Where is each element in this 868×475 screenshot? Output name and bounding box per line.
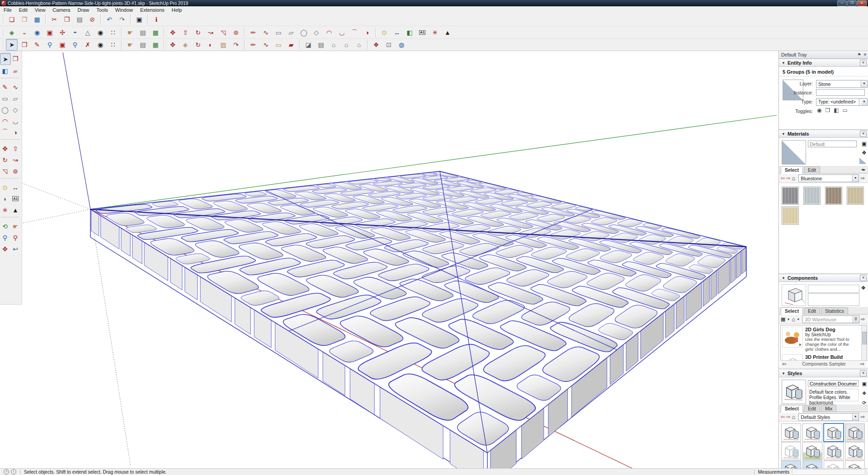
make-component-tool[interactable]: ❒ — [10, 53, 20, 64]
select-tool[interactable]: ➤ — [0, 53, 11, 65]
create-style-icon[interactable]: ❖ — [862, 390, 867, 396]
view-top-icon[interactable]: ▤ — [315, 39, 327, 51]
green-box-icon[interactable]: ▦ — [150, 39, 161, 51]
menu-window[interactable]: Window — [112, 7, 137, 13]
paste-icon[interactable]: ▤ — [74, 14, 85, 25]
pin-icon[interactable]: ⚑ — [856, 52, 862, 57]
view-iso-icon[interactable]: ◪ — [302, 39, 314, 51]
cut-icon[interactable]: ✂ — [48, 14, 60, 25]
view-front-icon[interactable]: ⌂ — [328, 39, 340, 51]
walk-tool-icon[interactable]: ∷ — [107, 39, 119, 51]
styles-close-icon[interactable]: ✕ — [860, 370, 867, 376]
menu-view[interactable]: View — [31, 7, 49, 13]
visible-toggle-icon[interactable]: ◉ — [817, 107, 821, 113]
style-thumbnail-3[interactable] — [823, 423, 844, 442]
draw-free-icon[interactable]: ∿ — [260, 39, 272, 51]
model-canvas[interactable] — [22, 51, 778, 469]
select-icon[interactable]: ➤ — [6, 39, 18, 51]
menu-file[interactable]: File — [0, 7, 15, 13]
shadows-icon[interactable]: ◍ — [396, 39, 407, 51]
advanced-camera-icon[interactable]: ✣ — [57, 27, 68, 38]
two-point-arc-tool[interactable]: ◡ — [10, 115, 20, 127]
type-dropdown-button[interactable]: ▼ — [859, 98, 868, 106]
model-info-icon[interactable]: ℹ — [151, 14, 162, 25]
materials-tab-select[interactable]: Select — [781, 166, 803, 174]
chevron-down-icon[interactable]: ▼ — [852, 175, 859, 182]
menu-camera[interactable]: Camera — [49, 7, 74, 13]
circle-icon[interactable]: ◯ — [298, 27, 310, 38]
add-location-icon[interactable]: ◈ — [6, 27, 18, 38]
offset-icon[interactable]: ⊚ — [230, 27, 242, 38]
protractor-tool[interactable]: ◗ — [0, 193, 10, 204]
zoom-tool[interactable]: ⚲ — [0, 232, 10, 243]
bluestone-2-swatch[interactable] — [803, 187, 821, 205]
hand-icon[interactable]: ☛ — [124, 27, 136, 38]
measurements-input[interactable] — [792, 469, 865, 475]
bluestone-5-swatch[interactable] — [782, 207, 799, 225]
lock-toggle-icon[interactable]: ❒ — [825, 107, 830, 113]
pie-icon[interactable]: ◑ — [361, 27, 373, 38]
entity-info-header[interactable]: ▼ Entity Info ✕ — [779, 59, 868, 67]
copy-icon[interactable]: ❒ — [61, 14, 73, 25]
make-component-icon[interactable]: ❒ — [19, 39, 30, 51]
minimize-button[interactable]: ─ — [837, 0, 847, 6]
style-name-field[interactable] — [808, 380, 859, 387]
components-scrollbar[interactable] — [861, 325, 867, 361]
materials-close-icon[interactable]: ✕ — [860, 131, 867, 137]
document-icon[interactable]: ▤ — [137, 27, 149, 38]
style-thumbnail-6[interactable] — [802, 442, 822, 460]
line-tool[interactable]: ✎ — [0, 81, 10, 93]
section-cuts-icon[interactable]: ⊡ — [383, 39, 395, 51]
details-icon[interactable]: ⇨ — [861, 316, 865, 322]
chevron-down-icon[interactable]: ▼ — [861, 80, 867, 87]
freehand-tool[interactable]: ∿ — [10, 81, 20, 93]
draw-rect2-icon[interactable]: ▰ — [285, 39, 297, 51]
rotated-rectangle-icon[interactable]: ▱ — [285, 27, 297, 38]
push-pull-tool[interactable]: ⇧ — [10, 143, 20, 154]
bluestone-4-swatch[interactable] — [847, 187, 864, 205]
print-icon[interactable]: ▣ — [133, 14, 145, 25]
match-photo-icon[interactable]: ▣ — [44, 27, 56, 38]
text-tool[interactable]: A1 — [10, 193, 20, 204]
component-list[interactable]: 2D Girls Dogby SketchUpUse the Interact … — [780, 325, 867, 361]
type-select[interactable]: Type: <undefined> — [816, 98, 861, 106]
create-material-icon[interactable]: ❖ — [862, 150, 867, 156]
arc-icon[interactable]: ◠ — [323, 27, 335, 38]
eye-icon[interactable]: ◉ — [94, 39, 106, 51]
style-thumbnail-7[interactable] — [824, 442, 844, 460]
push-pull-icon[interactable]: ⇧ — [179, 27, 191, 38]
view-options-icon[interactable]: ▦ — [781, 316, 785, 322]
next-page-icon[interactable]: ⇨ — [860, 361, 864, 367]
view-right-icon[interactable]: ⌂ — [340, 39, 352, 51]
orbit-tool[interactable]: ⟲ — [0, 221, 10, 232]
credits-icon[interactable]: i — [11, 469, 16, 475]
layer-select[interactable]: Stone ▼ — [816, 80, 868, 88]
display-pane-icon[interactable]: ▣ — [862, 381, 867, 387]
move-icon[interactable]: ✥ — [167, 27, 179, 38]
display-pane-icon[interactable]: ▣ — [862, 141, 867, 147]
zoom-extents-tool[interactable]: ✥ — [0, 243, 10, 254]
dimension-tool[interactable]: ↔ — [10, 182, 20, 193]
paint-bucket-icon[interactable]: ◧ — [404, 27, 415, 38]
component-name-field[interactable] — [808, 285, 859, 293]
box-2-icon[interactable]: ▨ — [217, 39, 229, 51]
zoom-selection-icon[interactable]: ⚲ — [69, 39, 81, 51]
move-2-icon[interactable]: ✥ — [167, 39, 179, 51]
maximize-button[interactable]: ❐ — [847, 0, 857, 6]
view-back-icon[interactable]: ⌂ — [353, 39, 365, 51]
component-box-icon[interactable]: ▦ — [150, 27, 161, 38]
instance-field[interactable] — [816, 89, 865, 96]
save-icon[interactable]: ▦ — [31, 14, 43, 25]
shadow-toggle-icon[interactable]: ◧ — [834, 107, 839, 113]
paint-bucket-tool[interactable]: ◧ — [0, 65, 10, 76]
tape-measure-icon[interactable]: ⊙ — [378, 27, 390, 38]
circle-tool[interactable]: ◯ — [0, 104, 10, 115]
entity-info-close-icon[interactable]: ✕ — [860, 60, 867, 66]
menu-help[interactable]: Help — [168, 7, 186, 13]
pencil-icon[interactable]: ✎ — [31, 39, 43, 51]
arc-2-icon[interactable]: ↷ — [230, 39, 242, 51]
rectangle-icon[interactable]: ▭ — [273, 27, 284, 38]
eraser-tool[interactable]: ▰ — [10, 65, 20, 76]
freehand-icon[interactable]: ∿ — [260, 27, 272, 38]
close-button[interactable]: ✕ — [857, 0, 867, 6]
